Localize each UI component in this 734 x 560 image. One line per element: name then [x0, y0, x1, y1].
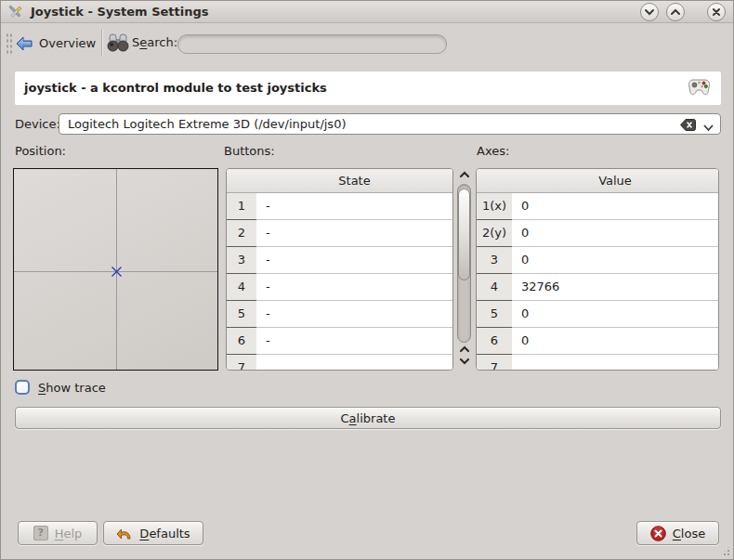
table-row[interactable]: 3- — [227, 247, 452, 274]
help-label: Help — [55, 527, 83, 540]
table-row[interactable]: 30 — [477, 247, 718, 274]
axes-table: Value 1(x)0 2(y)0 30 432766 50 60 7 — [476, 168, 719, 371]
clear-device-icon[interactable] — [680, 119, 696, 134]
device-value: Logitech Logitech Extreme 3D (/dev/input… — [68, 114, 346, 134]
chevron-down-icon — [644, 8, 655, 16]
table-row[interactable]: 6- — [227, 328, 452, 355]
scroll-down-icon[interactable] — [456, 357, 472, 366]
defaults-label: Defaults — [139, 527, 190, 540]
close-label: Close — [673, 527, 705, 540]
table-row[interactable]: 60 — [477, 328, 718, 355]
back-arrow-icon — [16, 36, 33, 51]
overview-label: Overview — [39, 36, 96, 50]
show-trace-checkbox[interactable] — [15, 380, 30, 395]
gamepad-icon — [688, 78, 711, 100]
defaults-button[interactable]: Defaults — [103, 521, 203, 545]
dropdown-chevron-icon[interactable] — [703, 121, 714, 135]
calibrate-label: Calibrate — [341, 411, 396, 425]
maximize-button[interactable] — [666, 3, 685, 21]
position-marker-icon — [111, 266, 123, 280]
joystick-position-pad — [13, 168, 218, 371]
help-icon: ? — [33, 526, 48, 540]
buttons-table-header[interactable]: State — [227, 169, 452, 193]
buttons-table-scrollbar — [456, 169, 472, 370]
system-settings-tools-icon — [8, 5, 23, 20]
close-red-icon — [650, 526, 666, 541]
scrollbar-thumb[interactable] — [458, 189, 470, 280]
search-input[interactable] — [177, 34, 447, 54]
titlebar[interactable]: Joystick - System Settings — [1, 1, 733, 23]
module-header-banner: joystick - a kcontrol module to test joy… — [15, 72, 721, 105]
device-combobox[interactable]: Logitech Logitech Extreme 3D (/dev/input… — [59, 113, 721, 135]
toolbar-separator — [101, 30, 102, 56]
table-row[interactable]: 7 — [477, 355, 718, 371]
table-row[interactable]: 50 — [477, 301, 718, 328]
help-button[interactable]: ? Help — [18, 521, 98, 545]
table-row[interactable]: 1(x)0 — [477, 193, 718, 220]
close-window-button[interactable] — [707, 3, 726, 21]
search-label: Search: — [132, 35, 177, 49]
show-trace-checkbox-row[interactable]: Show trace — [15, 380, 106, 395]
table-row[interactable]: 2- — [227, 220, 452, 247]
position-label: Position: — [15, 144, 66, 158]
window-title: Joystick - System Settings — [31, 1, 209, 23]
undo-arrow-icon — [116, 527, 133, 540]
close-icon — [712, 7, 721, 17]
buttons-label: Buttons: — [224, 144, 275, 158]
table-row[interactable]: 2(y)0 — [477, 220, 718, 247]
toolbar-drag-handle[interactable] — [6, 33, 13, 55]
joystick-settings-window: Joystick - System Settings Overview — [0, 0, 734, 560]
close-button[interactable]: Close — [636, 521, 719, 545]
table-row[interactable]: 432766 — [477, 274, 718, 301]
calibrate-button[interactable]: Calibrate — [15, 407, 721, 429]
resize-grip[interactable] — [719, 545, 731, 557]
chevron-up-icon — [670, 8, 681, 16]
table-row[interactable]: 7 — [227, 355, 452, 371]
minimize-button[interactable] — [640, 3, 659, 21]
scroll-up-icon[interactable] — [456, 345, 472, 354]
device-label: Device: — [15, 113, 60, 135]
buttons-table: State 1- 2- 3- 4- 5- 6- 7 — [226, 168, 453, 371]
axes-label: Axes: — [477, 144, 509, 158]
table-row[interactable]: 4- — [227, 274, 452, 301]
table-row[interactable]: 5- — [227, 301, 452, 328]
search-binoculars-icon — [107, 33, 129, 56]
module-title: joystick - a kcontrol module to test joy… — [24, 72, 327, 105]
scroll-up-icon[interactable] — [456, 170, 472, 179]
show-trace-label: Show trace — [38, 381, 106, 395]
toolbar: Overview Search: — [1, 24, 733, 62]
table-row[interactable]: 1- — [227, 193, 452, 220]
axes-table-header[interactable]: Value — [477, 169, 718, 193]
overview-button[interactable]: Overview — [16, 31, 96, 56]
